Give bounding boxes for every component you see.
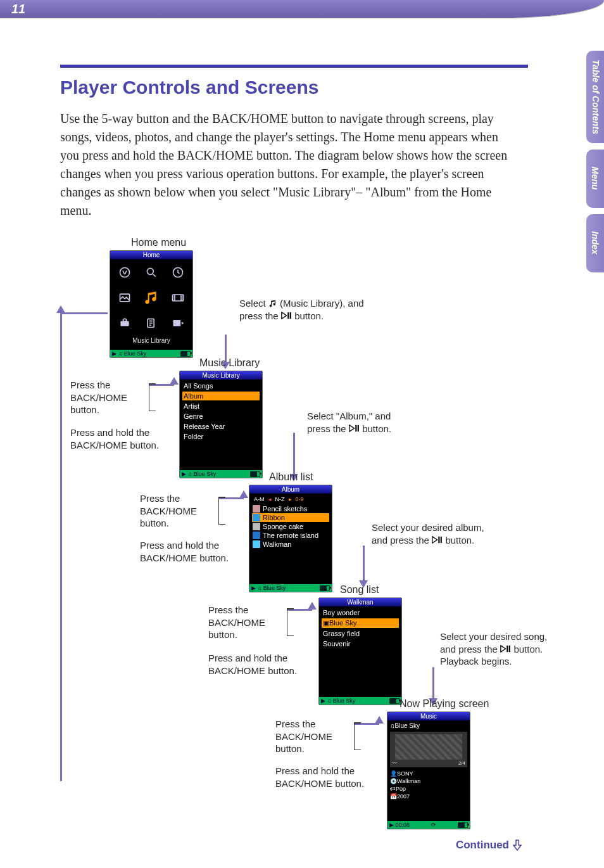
list-item: Ribbon (252, 513, 329, 522)
list-item: The remote island (252, 531, 329, 540)
status-bar: ▶ ♫ Blue Sky (180, 470, 262, 478)
side-tabs: Table of Contents Menu Index (586, 51, 604, 272)
home-grid (113, 261, 190, 335)
screen-albums-title: Album (249, 485, 332, 494)
now-playing-icon (168, 314, 187, 333)
svg-rect-8 (173, 320, 181, 326)
home-selected-label: Music Library (113, 337, 190, 344)
continued-arrow-icon (513, 839, 522, 851)
list-item: Souvenir (322, 639, 399, 648)
alpha-filter: A-M◂ N-Z ▸0-9 (252, 495, 329, 503)
bracket (354, 722, 355, 750)
bracket (218, 497, 219, 525)
press-hold-2: Press and hold the BACK/HOME button. (140, 539, 235, 564)
svg-rect-15 (506, 645, 508, 651)
svg-rect-14 (441, 536, 442, 542)
video-icon (168, 288, 187, 307)
press-back-2: Press the BACK/HOME button. (140, 492, 216, 530)
label-now-playing: Now Playing screen (400, 698, 489, 711)
intro-text: Use the 5-way button and the BACK/HOME b… (60, 110, 516, 220)
page-number: 11 (11, 2, 25, 16)
tab-menu[interactable]: Menu (586, 150, 604, 208)
tab-contents[interactable]: Table of Contents (586, 51, 604, 143)
album-art: 〰 2/4 (390, 732, 467, 767)
status-bar: ▶ 00:08⟳ (387, 821, 470, 829)
music-note-icon (268, 299, 277, 308)
svg-rect-4 (173, 295, 184, 301)
press-hold-4: Press and hold the BACK/HOME button. (275, 765, 370, 789)
screen-home-title: Home (110, 251, 192, 259)
svg-rect-11 (355, 424, 356, 431)
playlist-icon (142, 314, 161, 333)
arrowhead-icon (239, 490, 248, 498)
list-item: Walkman (252, 540, 329, 549)
continued-label: Continued (456, 839, 522, 852)
arrowhead-icon (170, 377, 179, 385)
arrow (293, 433, 295, 476)
return-arrow (60, 312, 108, 314)
play-pause-icon (349, 424, 360, 432)
list-item: ▣Blue Sky (322, 618, 399, 628)
step2-caption: Select "Album," and press the button. (307, 410, 408, 435)
battery-icon (458, 822, 468, 828)
intelligent-shuffle-icon (115, 263, 134, 282)
list-item: Artist (182, 402, 260, 411)
screen-np-title: Music (387, 712, 470, 720)
list-item: Album (182, 392, 260, 400)
battery-icon (250, 471, 260, 477)
svg-point-0 (120, 268, 130, 278)
list-item: Grassy field (322, 629, 399, 638)
np-track: 2/4 (458, 760, 465, 766)
settings-icon (115, 314, 134, 333)
press-back-3: Press the BACK/HOME button. (208, 604, 284, 641)
svg-rect-10 (290, 312, 291, 318)
list-item: Genre (182, 412, 260, 421)
screen-songs-title: Walkman (319, 598, 401, 606)
clock-icon (168, 263, 187, 282)
status-bar: ▶ ♫ Blue Sky (249, 584, 332, 592)
photo-icon (115, 288, 134, 307)
music-icon (142, 288, 161, 307)
arrowhead-icon (56, 305, 65, 313)
label-song-list: Song list (340, 584, 379, 597)
play-pause-icon (432, 536, 443, 544)
arrowhead-icon (308, 602, 317, 610)
bracket (287, 608, 287, 636)
battery-icon (180, 351, 191, 357)
navigation-diagram: Home menu Home Music Librar (60, 236, 528, 845)
content: Player Controls and Screens Use the 5-wa… (0, 18, 604, 857)
label-home-menu: Home menu (131, 236, 186, 250)
press-back-1: Press the BACK/HOME button. (70, 379, 146, 416)
svg-rect-6 (123, 319, 127, 321)
screen-library: Music Library All SongsAlbumArtistGenreR… (179, 371, 263, 478)
page-title: Player Controls and Screens (60, 77, 528, 98)
page: 11 Table of Contents Menu Index Player C… (0, 0, 604, 868)
arrow (432, 667, 434, 700)
list-item: Boy wonder (322, 608, 399, 617)
step3-caption: Select your desired album, and press the… (372, 521, 486, 546)
screen-home: Home Music Library ▶ ♫ Bl (110, 250, 193, 358)
press-hold-1: Press and hold the BACK/HOME button. (70, 426, 165, 451)
list-item: Folder (182, 432, 260, 441)
return-arrow (60, 312, 62, 781)
arrowhead-icon (375, 716, 384, 724)
screen-songs: Walkman Boy wonder▣Blue SkyGrassy fieldS… (318, 597, 402, 705)
arrow (363, 546, 365, 582)
svg-rect-12 (358, 424, 359, 431)
battery-icon (389, 698, 400, 704)
np-song: Blue Sky (395, 722, 420, 729)
svg-rect-9 (287, 312, 289, 318)
np-meta: 👤SONY 💿Walkman 🏷Pop 📅2007 (390, 770, 467, 801)
battery-icon (320, 585, 330, 591)
play-pause-icon (500, 645, 511, 653)
status-bar: ▶ ♫ Blue Sky (319, 697, 401, 705)
tab-index[interactable]: Index (586, 214, 604, 272)
step4-caption: Select your desired song, and press the … (440, 630, 560, 668)
list-item: All Songs (182, 381, 260, 390)
page-header-bar: 11 (0, 0, 604, 18)
list-item: Sponge cake (252, 522, 329, 531)
label-music-library: Music Library (199, 357, 260, 370)
screen-now-playing: Music ♫Blue Sky 〰 2/4 👤SONY 💿Walkman 🏷Po… (387, 712, 470, 829)
svg-point-1 (147, 268, 153, 274)
svg-rect-13 (438, 536, 439, 542)
